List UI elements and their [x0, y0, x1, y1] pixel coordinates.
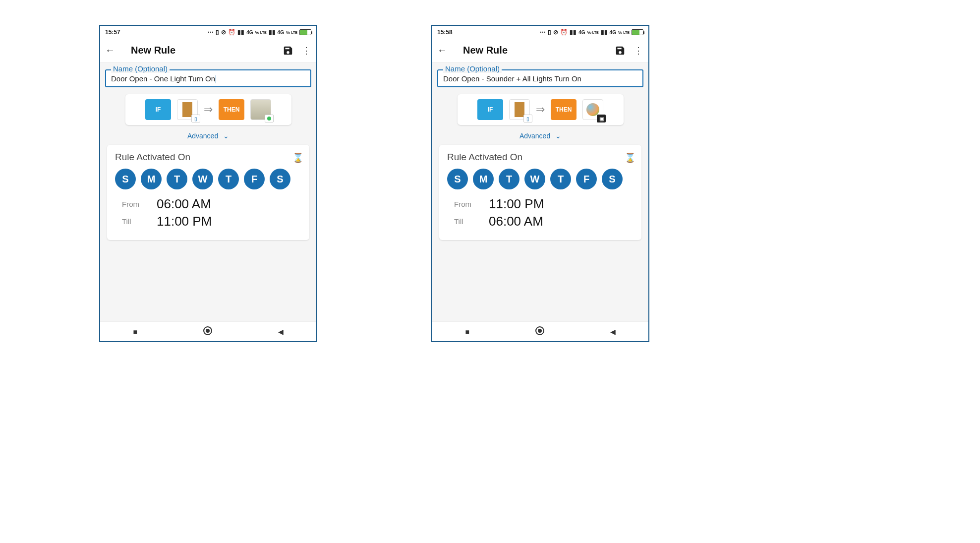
- more-icon: ⋯: [540, 29, 546, 36]
- rule-name-input[interactable]: Name (Optional) Door Open - One Light Tu…: [105, 69, 311, 87]
- from-value: 06:00 AM: [157, 196, 211, 212]
- status-right: ⋯ ▯ ⊘ ⏰ ▮▮ 4G Vo LTE ▮▮ 4G Vo LTE: [208, 29, 311, 36]
- overflow-menu-button[interactable]: ⋮: [301, 45, 311, 56]
- day-thu[interactable]: T: [550, 169, 571, 189]
- day-tue[interactable]: T: [499, 169, 519, 189]
- text-cursor: [216, 75, 216, 83]
- save-button[interactable]: [615, 45, 626, 56]
- network-label-2: 4G: [278, 30, 284, 35]
- hourglass-icon: [292, 152, 301, 162]
- day-mon[interactable]: M: [473, 169, 494, 189]
- day-fri[interactable]: F: [576, 169, 597, 189]
- from-time-row[interactable]: From 11:00 PM: [454, 196, 634, 212]
- day-thu[interactable]: T: [218, 169, 239, 189]
- days-row: S M T W T F S: [115, 169, 301, 189]
- nav-recent-button[interactable]: ■: [465, 328, 469, 336]
- page-title: New Rule: [131, 45, 175, 56]
- if-label: IF: [156, 106, 161, 113]
- dnd-icon: ⊘: [221, 29, 226, 36]
- network-label-1: 4G: [578, 30, 585, 35]
- if-label: IF: [488, 106, 493, 113]
- volte-label-1: Vo LTE: [587, 31, 599, 34]
- day-fri[interactable]: F: [244, 169, 265, 189]
- alarm-icon: ⏰: [228, 29, 235, 36]
- status-dot-on: [265, 115, 274, 122]
- volte-label-2: Vo LTE: [618, 31, 630, 34]
- nav-recent-button[interactable]: ■: [133, 328, 137, 336]
- status-time: 15:58: [437, 29, 453, 36]
- android-nav-bar: ■ ◀: [432, 321, 648, 341]
- status-bar: 15:57 ⋯ ▯ ⊘ ⏰ ▮▮ 4G Vo LTE ▮▮ 4G Vo LTE: [100, 26, 316, 39]
- day-tue[interactable]: T: [167, 169, 187, 189]
- chevron-down-icon: ⌄: [555, 132, 561, 140]
- status-bar: 15:58 ⋯ ▯ ⊘ ⏰ ▮▮ 4G Vo LTE ▮▮ 4G Vo LTE: [432, 26, 648, 39]
- if-then-card: IF ▯ ⇒ THEN: [125, 94, 291, 125]
- network-label-1: 4G: [246, 30, 253, 35]
- signal-icon: ▮▮: [237, 29, 244, 36]
- rule-name-value: Door Open - Sounder + All Lights Turn On: [443, 74, 581, 83]
- sim-icon: ▯: [216, 29, 219, 36]
- network-label-2: 4G: [610, 30, 616, 35]
- signal-icon: ▮▮: [570, 29, 576, 36]
- rule-name-legend: Name (Optional): [443, 64, 502, 73]
- till-label: Till: [454, 217, 489, 226]
- rule-name-value: Door Open - One Light Turn On: [111, 74, 215, 83]
- signal-icon-2: ▮▮: [601, 29, 608, 36]
- advanced-toggle[interactable]: Advanced ⌄: [437, 132, 643, 140]
- if-device-door[interactable]: ▯: [509, 99, 530, 120]
- advanced-label: Advanced: [187, 132, 218, 140]
- day-wed[interactable]: W: [192, 169, 213, 189]
- if-block[interactable]: IF: [145, 99, 171, 120]
- day-mon[interactable]: M: [141, 169, 162, 189]
- battery-icon: [632, 29, 643, 35]
- advanced-label: Advanced: [519, 132, 550, 140]
- advanced-toggle[interactable]: Advanced ⌄: [105, 132, 311, 140]
- if-then-card: IF ▯ ⇒ THEN ▣: [458, 94, 624, 125]
- more-icon: ⋯: [208, 29, 214, 36]
- nav-home-button[interactable]: [203, 326, 212, 337]
- page-title: New Rule: [463, 45, 508, 56]
- arrow-icon: ⇒: [204, 103, 213, 116]
- till-time-row[interactable]: Till 11:00 PM: [122, 214, 301, 229]
- nav-home-button[interactable]: [535, 326, 544, 337]
- then-block[interactable]: THEN: [551, 99, 576, 120]
- till-value: 11:00 PM: [157, 214, 212, 229]
- then-device-light[interactable]: [250, 99, 271, 120]
- day-sun[interactable]: S: [447, 169, 468, 189]
- then-device-scene[interactable]: ▣: [582, 99, 603, 120]
- then-label: THEN: [224, 106, 240, 113]
- nav-back-button[interactable]: ◀: [610, 328, 616, 336]
- status-time: 15:57: [105, 29, 120, 36]
- overflow-menu-button[interactable]: ⋮: [634, 45, 643, 56]
- day-sat[interactable]: S: [270, 169, 290, 189]
- volte-label-1: Vo LTE: [255, 31, 267, 34]
- if-device-door[interactable]: ▯: [177, 99, 198, 120]
- scene-badge-icon: ▣: [597, 115, 606, 122]
- content-area: Name (Optional) Door Open - One Light Tu…: [100, 62, 316, 321]
- till-label: Till: [122, 217, 157, 226]
- back-button[interactable]: ←: [105, 45, 117, 56]
- day-sat[interactable]: S: [602, 169, 623, 189]
- dnd-icon: ⊘: [553, 29, 558, 36]
- then-block[interactable]: THEN: [219, 99, 244, 120]
- signal-icon-2: ▮▮: [269, 29, 276, 36]
- days-row: S M T W T F S: [447, 169, 634, 189]
- rule-name-input[interactable]: Name (Optional) Door Open - Sounder + Al…: [437, 69, 643, 87]
- nav-back-button[interactable]: ◀: [278, 328, 284, 336]
- day-wed[interactable]: W: [524, 169, 545, 189]
- rule-name-legend: Name (Optional): [111, 64, 170, 73]
- day-sun[interactable]: S: [115, 169, 136, 189]
- activation-card: Rule Activated On S M T W T F S From 06:…: [107, 145, 309, 240]
- back-button[interactable]: ←: [437, 45, 449, 56]
- volte-label-2: Vo LTE: [286, 31, 297, 34]
- then-label: THEN: [556, 106, 572, 113]
- door-badge-icon: ▯: [191, 115, 200, 122]
- status-right: ⋯ ▯ ⊘ ⏰ ▮▮ 4G Vo LTE ▮▮ 4G Vo LTE: [540, 29, 643, 36]
- from-label: From: [122, 200, 157, 208]
- save-button[interactable]: [283, 45, 293, 56]
- if-block[interactable]: IF: [477, 99, 503, 120]
- hourglass-icon: [625, 152, 634, 162]
- till-time-row[interactable]: Till 06:00 AM: [454, 214, 634, 229]
- arrow-icon: ⇒: [536, 103, 545, 116]
- from-time-row[interactable]: From 06:00 AM: [122, 196, 301, 212]
